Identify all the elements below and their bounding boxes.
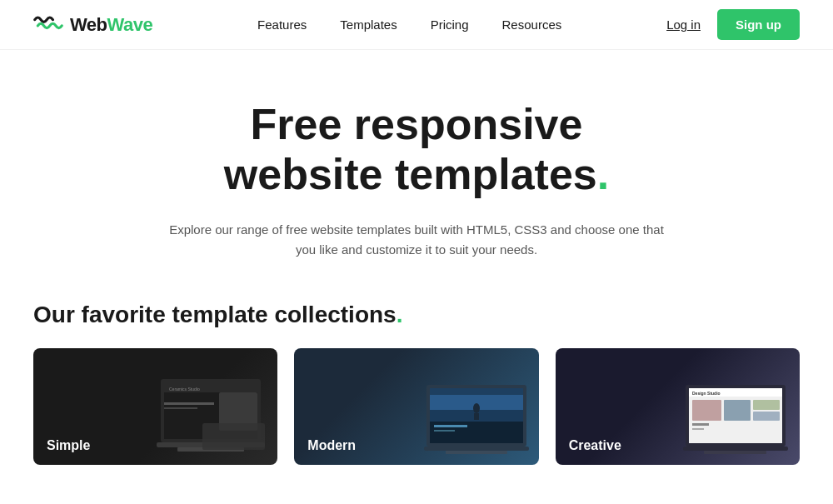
collections-title: Our favorite template collections.: [33, 302, 800, 328]
svg-text:Design Studio: Design Studio: [692, 391, 721, 396]
header: WebWave Features Templates Pricing Resou…: [0, 0, 833, 50]
cards-row: Ceramics Studio Simple: [33, 348, 800, 465]
collection-card-simple[interactable]: Ceramics Studio Simple: [33, 348, 277, 465]
svg-rect-33: [692, 428, 704, 430]
svg-rect-32: [692, 423, 709, 426]
nav-templates[interactable]: Templates: [340, 17, 397, 32]
collections-section: Our favorite template collections. Ceram…: [0, 302, 833, 465]
main-nav: Features Templates Pricing Resources: [257, 17, 561, 32]
creative-mockup: Design Studio: [679, 383, 791, 458]
svg-rect-35: [704, 451, 766, 454]
logo[interactable]: WebWave: [33, 13, 152, 37]
svg-rect-18: [430, 422, 523, 443]
svg-rect-6: [164, 407, 197, 409]
card-simple-label: Simple: [47, 438, 90, 453]
svg-rect-31: [753, 412, 780, 421]
collection-card-creative[interactable]: Design Studio Creative: [556, 348, 800, 465]
logo-text: WebWave: [70, 14, 152, 36]
modern-mockup: [422, 383, 531, 457]
svg-point-15: [473, 403, 480, 413]
svg-rect-5: [164, 402, 214, 405]
card-creative-label: Creative: [569, 438, 621, 453]
svg-rect-20: [434, 430, 455, 432]
svg-rect-10: [202, 423, 265, 450]
header-actions: Log in Sign up: [666, 9, 800, 40]
svg-text:Ceramics Studio: Ceramics Studio: [169, 387, 200, 392]
svg-rect-16: [474, 413, 479, 420]
svg-rect-28: [692, 400, 721, 421]
login-link[interactable]: Log in: [666, 17, 701, 32]
svg-rect-34: [683, 447, 788, 451]
svg-rect-19: [434, 425, 467, 427]
simple-mockup: Ceramics Studio: [152, 377, 269, 457]
logo-icon: [33, 13, 63, 37]
card-modern-label: Modern: [307, 438, 356, 453]
hero-title: Free responsive website templates.: [33, 100, 800, 200]
nav-resources[interactable]: Resources: [502, 17, 562, 32]
svg-rect-22: [446, 451, 507, 454]
svg-rect-30: [753, 400, 780, 410]
hero-subtitle: Explore our range of free website templa…: [167, 220, 666, 260]
nav-pricing[interactable]: Pricing: [431, 17, 469, 32]
nav-features[interactable]: Features: [257, 17, 307, 32]
svg-rect-17: [430, 388, 523, 395]
svg-rect-29: [724, 400, 751, 421]
collection-card-modern[interactable]: Modern: [294, 348, 538, 465]
svg-rect-21: [424, 447, 529, 451]
hero-section: Free responsive website templates. Explo…: [0, 50, 833, 302]
signup-button[interactable]: Sign up: [717, 9, 800, 40]
